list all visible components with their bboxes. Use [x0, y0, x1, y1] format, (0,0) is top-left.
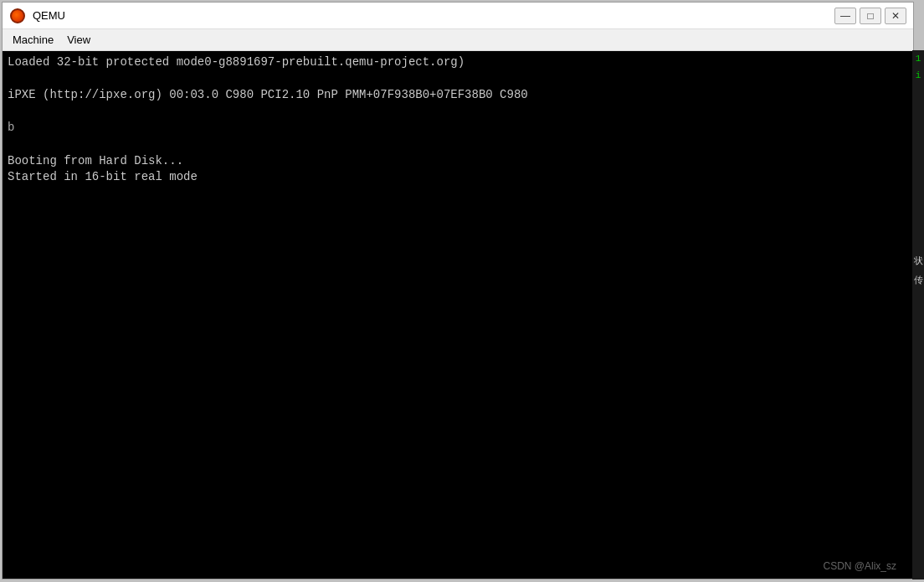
terminal-area[interactable]: b P M M Loaded 32-bit protected mode0-g8… — [3, 51, 913, 579]
terminal-line-3: b — [8, 120, 908, 136]
side-char-4: 传 — [914, 274, 923, 286]
title-bar: QEMU — □ ✕ — [3, 3, 913, 29]
terminal-line-2: iPXE (http://ipxe.org) 00:03.0 C980 PCI2… — [8, 87, 908, 104]
terminal-line-4: Booting from Hard Disk... — [8, 153, 908, 170]
menu-machine[interactable]: Machine — [6, 32, 60, 48]
side-char-1: 1 — [916, 54, 921, 64]
terminal-line-5: Started in 16-bit real mode — [8, 169, 908, 186]
minimize-button[interactable]: — — [834, 8, 856, 24]
terminal-empty-3 — [8, 136, 908, 153]
side-char-2: i — [916, 70, 921, 80]
menu-bar: Machine View — [3, 29, 913, 51]
menu-view[interactable]: View — [60, 32, 97, 48]
side-char-3: 状 — [914, 255, 923, 267]
close-button[interactable]: ✕ — [885, 8, 906, 24]
terminal-empty-2 — [8, 104, 908, 121]
terminal-empty-1 — [8, 71, 908, 88]
qemu-window: QEMU — □ ✕ Machine View b P M M Loaded 3… — [2, 2, 914, 579]
side-panel: 1 i 状 传 — [912, 50, 924, 579]
maximize-button[interactable]: □ — [860, 8, 881, 24]
app-icon — [9, 8, 26, 24]
qemu-icon — [10, 8, 25, 23]
window-controls: — □ ✕ — [834, 8, 906, 24]
window-title: QEMU — [33, 9, 834, 22]
watermark: CSDN @Alix_sz — [823, 560, 896, 572]
terminal-line-1: Loaded 32-bit protected mode0-g8891697-p… — [8, 54, 908, 71]
